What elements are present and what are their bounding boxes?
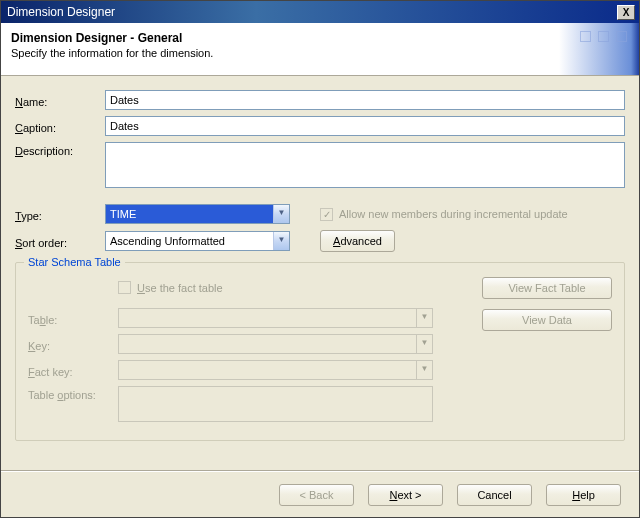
content-area: Name: Caption: Description: Type: TIME ▼… — [1, 76, 639, 449]
table-value — [119, 309, 416, 327]
group-title: Star Schema Table — [24, 256, 125, 268]
table-select: ▼ — [118, 308, 433, 328]
chevron-down-icon: ▼ — [416, 309, 432, 327]
chevron-down-icon[interactable]: ▼ — [273, 232, 289, 250]
name-label: Name: — [15, 93, 105, 108]
page-title: Dimension Designer - General — [11, 31, 629, 45]
sort-order-value: Ascending Unformatted — [106, 232, 273, 250]
header-band: Dimension Designer - General Specify the… — [1, 23, 639, 75]
type-label: Type: — [15, 207, 105, 222]
allow-new-members-label: Allow new members during incremental upd… — [339, 208, 568, 220]
view-data-button: View Data — [482, 309, 612, 331]
chevron-down-icon: ▼ — [416, 335, 432, 353]
page-subtitle: Specify the information for the dimensio… — [11, 47, 629, 59]
back-button: < Back — [279, 484, 354, 506]
description-input[interactable] — [105, 142, 625, 188]
header-decoration — [559, 23, 639, 75]
key-label: Key: — [28, 337, 118, 352]
sort-order-label: Sort order: — [15, 234, 105, 249]
checkbox-icon: ✓ — [320, 208, 333, 221]
allow-new-members-checkbox: ✓ Allow new members during incremental u… — [320, 208, 568, 221]
table-label: Table: — [28, 311, 118, 326]
table-options-label: Table options: — [28, 386, 118, 401]
chevron-down-icon: ▼ — [416, 361, 432, 379]
name-input[interactable] — [105, 90, 625, 110]
checkbox-icon — [118, 281, 131, 294]
fact-key-label: Fact key: — [28, 363, 118, 378]
fact-key-select: ▼ — [118, 360, 433, 380]
sort-order-select[interactable]: Ascending Unformatted ▼ — [105, 231, 290, 251]
caption-label: Caption: — [15, 119, 105, 134]
fact-key-value — [119, 361, 416, 379]
type-value: TIME — [106, 205, 273, 223]
cancel-button[interactable]: Cancel — [457, 484, 532, 506]
table-options-input — [118, 386, 433, 422]
description-label: Description: — [15, 142, 105, 157]
view-fact-table-button: View Fact Table — [482, 277, 612, 299]
use-fact-spacer — [28, 286, 118, 289]
chevron-down-icon[interactable]: ▼ — [273, 205, 289, 223]
close-icon[interactable]: X — [617, 5, 635, 20]
use-fact-table-checkbox: Use the fact table — [118, 281, 223, 294]
key-select: ▼ — [118, 334, 433, 354]
wizard-footer: < Back Next > Cancel Help — [1, 471, 639, 517]
star-schema-group: Star Schema Table View Fact Table View D… — [15, 262, 625, 441]
caption-input[interactable] — [105, 116, 625, 136]
advanced-button[interactable]: Advanced — [320, 230, 395, 252]
key-value — [119, 335, 416, 353]
help-button[interactable]: Help — [546, 484, 621, 506]
type-select[interactable]: TIME ▼ — [105, 204, 290, 224]
title-bar: Dimension Designer X — [1, 1, 639, 23]
next-button[interactable]: Next > — [368, 484, 443, 506]
window-title: Dimension Designer — [7, 5, 617, 19]
